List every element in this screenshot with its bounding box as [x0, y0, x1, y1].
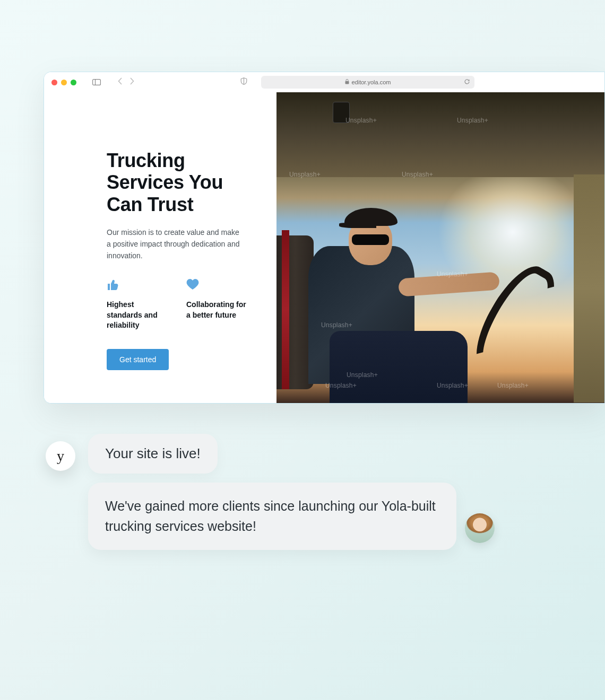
- chat-message: We've gained more clients since launchin…: [105, 496, 439, 536]
- avatar-image: [465, 513, 495, 543]
- hero-section: Trucking Services You Can Trust Our miss…: [44, 92, 276, 403]
- truck-driver-photo: Unsplash+ Unsplash+ Unsplash+ Unsplash+ …: [276, 92, 604, 403]
- chat-bubble-user: We've gained more clients since launchin…: [88, 483, 456, 550]
- traffic-lights: [51, 80, 76, 85]
- browser-window: editor.yola.com Trucking Services You Ca…: [44, 72, 605, 404]
- feature-label: Collaborating for a better future: [186, 300, 250, 320]
- hero-title: Trucking Services You Can Trust: [107, 150, 251, 215]
- thumbs-up-icon: [107, 278, 170, 292]
- hero-image: Unsplash+ Unsplash+ Unsplash+ Unsplash+ …: [276, 92, 604, 403]
- browser-chrome: editor.yola.com: [44, 72, 604, 92]
- feature-label: Highest standards and reliability: [107, 300, 170, 331]
- svg-rect-3: [345, 81, 349, 84]
- yola-logo-glyph: y: [57, 448, 64, 465]
- sidebar-toggle-icon[interactable]: [92, 79, 101, 85]
- chat-message: Your site is live!: [105, 445, 201, 462]
- reload-icon[interactable]: [464, 77, 470, 87]
- url-text: editor.yola.com: [352, 79, 391, 85]
- fullscreen-dot-icon[interactable]: [71, 80, 76, 85]
- back-icon[interactable]: [118, 77, 123, 87]
- close-dot-icon[interactable]: [51, 80, 57, 85]
- hero-subtitle: Our mission is to create value and make …: [107, 227, 245, 261]
- svg-rect-0: [93, 80, 101, 85]
- user-avatar: [465, 513, 495, 543]
- watermark: Unsplash+: [497, 382, 529, 389]
- address-bar[interactable]: editor.yola.com: [261, 76, 474, 89]
- feature-item: Highest standards and reliability: [107, 278, 170, 331]
- forward-icon[interactable]: [129, 77, 134, 87]
- yola-badge: y: [46, 441, 75, 471]
- nav-arrows: [118, 77, 134, 87]
- minimize-dot-icon[interactable]: [61, 80, 67, 85]
- chat-bubble-system: Your site is live!: [88, 434, 218, 474]
- page-content: Trucking Services You Can Trust Our miss…: [44, 92, 604, 403]
- heart-icon: [186, 278, 250, 292]
- feature-item: Collaborating for a better future: [186, 278, 250, 331]
- lock-icon: [345, 79, 349, 85]
- privacy-shield-icon[interactable]: [240, 77, 247, 87]
- features-row: Highest standards and reliability Collab…: [107, 278, 251, 331]
- get-started-button[interactable]: Get started: [107, 349, 169, 370]
